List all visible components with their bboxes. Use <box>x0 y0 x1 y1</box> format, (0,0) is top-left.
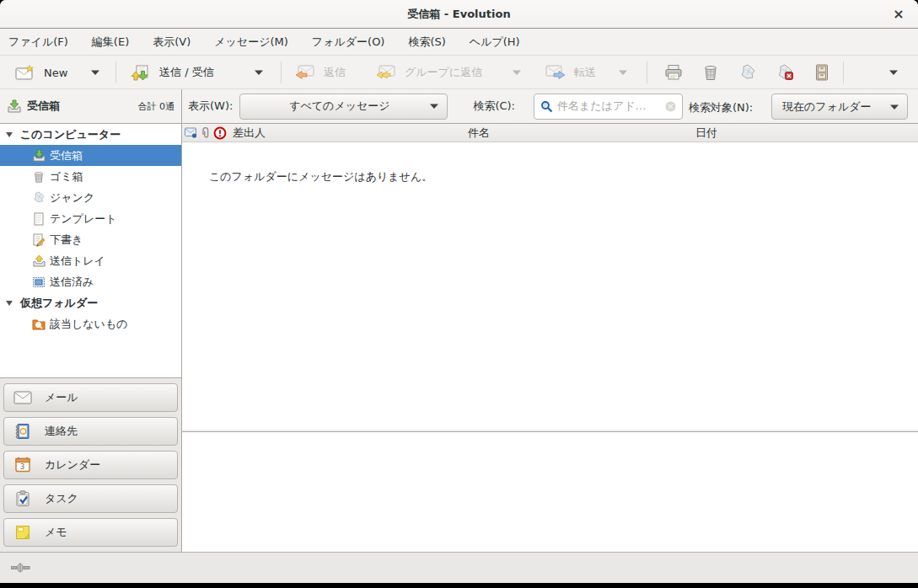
new-mail-icon <box>15 65 35 80</box>
new-dropdown-arrow[interactable] <box>81 60 110 85</box>
trash-icon <box>32 170 46 184</box>
tree-item-drafts[interactable]: 下書き <box>0 229 181 250</box>
forward-dropdown-arrow[interactable] <box>609 60 637 85</box>
clear-search-icon[interactable] <box>665 101 676 112</box>
window-title: 受信箱 - Evolution <box>407 7 510 22</box>
folder-total-count: 合計 0通 <box>138 100 175 113</box>
column-from[interactable]: 差出人 <box>182 126 464 141</box>
folder-sidebar: このコンピューター 受信箱 ゴミ箱 ジャンク テンプレート <box>0 124 182 552</box>
scope-label: 検索対象(N): <box>689 100 753 115</box>
folder-pane-title: 受信箱 <box>27 99 60 114</box>
switcher-tasks-button[interactable]: タスク <box>3 484 178 513</box>
filter-bar: 受信箱 合計 0通 表示(W): すべてのメッセージ 検索(C): 件名またはア… <box>0 89 918 124</box>
combo-arrow-icon <box>890 104 899 110</box>
tree-item-junk[interactable]: ジャンク <box>0 187 181 208</box>
folder-pane-header: 受信箱 合計 0通 <box>0 89 182 123</box>
tree-item-unmatched[interactable]: 該当しないもの <box>0 313 181 334</box>
not-junk-button[interactable] <box>766 60 803 85</box>
message-status-icon <box>185 127 197 138</box>
message-list-header: 差出人 件名 日付 <box>182 124 918 142</box>
search-label: 検索(C): <box>473 99 515 114</box>
column-subject[interactable]: 件名 <box>464 126 691 141</box>
inbox-icon <box>32 149 46 162</box>
junk-button[interactable] <box>729 60 766 85</box>
tasks-icon <box>13 490 32 507</box>
template-icon <box>32 212 46 226</box>
menu-edit[interactable]: 編集(E) <box>80 29 141 55</box>
expander-icon[interactable] <box>6 301 13 306</box>
combo-arrow-icon <box>430 104 438 109</box>
message-list: このフォルダーにメッセージはありません。 <box>182 142 918 430</box>
memos-icon <box>13 524 32 541</box>
tree-item-templates[interactable]: テンプレート <box>0 208 181 229</box>
trash-icon <box>701 64 720 81</box>
attachment-icon <box>200 127 211 139</box>
mail-icon <box>13 391 32 404</box>
junk-icon <box>738 64 757 81</box>
reply-group-icon <box>376 65 396 80</box>
switcher-memos-button[interactable]: メモ <box>3 518 178 547</box>
tree-item-sent[interactable]: 送信済み <box>0 271 181 292</box>
titlebar: 受信箱 - Evolution × <box>0 0 918 29</box>
component-switcher: メール 連絡先 3 カレンダー タスク メモ <box>0 377 181 552</box>
forward-icon <box>545 65 566 80</box>
tree-group-this-computer[interactable]: このコンピューター <box>0 124 181 145</box>
file-cabinet-icon <box>813 64 831 81</box>
evolution-window: 受信箱 - Evolution × ファイル(F) 編集(E) 表示(V) メッ… <box>0 0 918 583</box>
tree-item-inbox[interactable]: 受信箱 <box>0 145 181 166</box>
search-icon <box>540 100 553 113</box>
reply-button[interactable]: 返信 <box>287 60 354 85</box>
not-junk-icon <box>776 64 794 81</box>
toolbar-separator <box>281 61 282 83</box>
outbox-icon <box>32 254 46 267</box>
reply-group-dropdown-arrow[interactable] <box>502 60 531 85</box>
filter-combo[interactable]: すべてのメッセージ <box>239 94 448 120</box>
toolbar-overflow-arrow[interactable] <box>879 60 908 85</box>
switcher-calendar-button[interactable]: 3 カレンダー <box>3 451 178 479</box>
menu-view[interactable]: 表示(V) <box>141 29 202 55</box>
empty-folder-message: このフォルダーにメッセージはありません。 <box>209 169 432 184</box>
important-icon <box>213 126 227 140</box>
menu-message[interactable]: メッセージ(M) <box>202 29 300 55</box>
tree-item-trash[interactable]: ゴミ箱 <box>0 166 181 187</box>
statusbar <box>0 552 918 583</box>
menubar: ファイル(F) 編集(E) 表示(V) メッセージ(M) フォルダー(O) 検索… <box>0 29 918 56</box>
filter-label: 表示(W): <box>188 99 233 114</box>
search-input[interactable]: 件名またはアド… <box>534 94 683 120</box>
archive-button[interactable] <box>803 60 840 85</box>
print-button[interactable] <box>655 60 692 85</box>
toolbar-separator <box>843 61 844 83</box>
switcher-contacts-button[interactable]: 連絡先 <box>3 417 178 446</box>
tree-item-outbox[interactable]: 送信トレイ <box>0 250 181 271</box>
draft-icon <box>32 233 46 247</box>
menu-search[interactable]: 検索(S) <box>396 29 457 55</box>
printer-icon <box>664 64 683 81</box>
reply-icon <box>295 65 315 80</box>
send-receive-dropdown-arrow[interactable] <box>244 60 273 85</box>
sent-icon <box>32 275 46 289</box>
tree-group-search-folders[interactable]: 仮想フォルダー <box>0 292 181 313</box>
forward-button[interactable]: 転送 <box>537 60 604 85</box>
svg-text:3: 3 <box>20 463 24 471</box>
switcher-mail-button[interactable]: メール <box>3 383 178 412</box>
column-date[interactable]: 日付 <box>691 126 918 141</box>
new-button[interactable]: New <box>5 60 78 85</box>
send-receive-button[interactable]: 送信 / 受信 <box>121 60 224 85</box>
online-status-icon[interactable] <box>11 562 31 574</box>
toolbar-separator <box>647 61 647 83</box>
delete-button[interactable] <box>692 60 729 85</box>
send-receive-icon <box>131 65 151 81</box>
scope-combo[interactable]: 現在のフォルダー <box>771 94 908 120</box>
menu-folder[interactable]: フォルダー(O) <box>300 29 397 55</box>
reply-group-button[interactable]: グループに返信 <box>368 60 491 85</box>
inbox-icon <box>7 99 21 113</box>
expander-icon[interactable] <box>6 132 13 137</box>
close-button[interactable]: × <box>890 6 907 23</box>
toolbar-separator <box>115 61 116 83</box>
message-list-pane: 差出人 件名 日付 このフォルダーにメッセージはありません。 <box>182 124 918 552</box>
folder-tree: このコンピューター 受信箱 ゴミ箱 ジャンク テンプレート <box>0 124 181 377</box>
menu-file[interactable]: ファイル(F) <box>0 29 80 55</box>
menu-help[interactable]: ヘルプ(H) <box>458 29 532 55</box>
preview-pane <box>182 432 918 552</box>
calendar-icon: 3 <box>13 457 32 473</box>
